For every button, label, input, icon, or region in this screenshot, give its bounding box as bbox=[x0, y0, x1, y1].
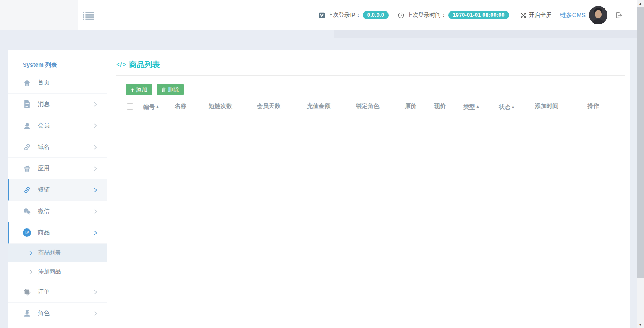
toolbar: 添加 删除 bbox=[126, 84, 630, 95]
column-status[interactable]: 状态 bbox=[492, 102, 521, 111]
home-icon bbox=[23, 79, 31, 87]
site-name-link[interactable]: 维多CMS bbox=[560, 11, 586, 19]
sidebar-item-messages[interactable]: 消息 bbox=[8, 94, 107, 115]
v-shield-icon bbox=[319, 12, 325, 18]
select-all-cell bbox=[122, 103, 139, 110]
sidebar-item-label: 会员 bbox=[38, 122, 50, 129]
sidebar-item-label: 应用 bbox=[38, 165, 50, 172]
sidebar-subitem-label: 商品列表 bbox=[38, 249, 61, 257]
gift-icon bbox=[23, 164, 31, 173]
workspace: System 列表 首页 消息 会员 bbox=[8, 50, 630, 328]
sidebar-item-apps[interactable]: 应用 bbox=[8, 158, 107, 179]
message-file-icon bbox=[23, 100, 31, 108]
add-button[interactable]: 添加 bbox=[126, 84, 152, 95]
role-icon bbox=[23, 309, 31, 318]
last-login-ip-label: 上次登录IP： bbox=[327, 11, 361, 19]
logout-icon[interactable] bbox=[615, 11, 623, 19]
sidebar-item-orders[interactable]: 订单 bbox=[8, 281, 107, 303]
sidebar-item-label: 商品 bbox=[38, 229, 50, 236]
column-shortlink-count: 短链次数 bbox=[197, 102, 243, 110]
list-icon bbox=[83, 11, 94, 21]
menu-list-icon[interactable] bbox=[83, 11, 94, 21]
column-name: 名称 bbox=[164, 102, 197, 110]
code-icon bbox=[116, 61, 126, 68]
sidebar-item-label: 订单 bbox=[38, 288, 50, 296]
user-avatar[interactable] bbox=[589, 6, 607, 24]
plus-icon bbox=[131, 87, 134, 93]
sidebar: System 列表 首页 消息 会员 bbox=[8, 50, 107, 328]
clock-icon bbox=[398, 12, 404, 18]
add-button-label: 添加 bbox=[136, 86, 147, 94]
header-shadow bbox=[334, 30, 637, 38]
member-icon bbox=[23, 121, 31, 130]
fullscreen-label: 开启全屏 bbox=[529, 11, 552, 19]
select-all-checkbox[interactable] bbox=[127, 103, 133, 110]
column-type[interactable]: 类型 bbox=[450, 102, 492, 111]
sidebar-item-label: 角色 bbox=[38, 310, 50, 317]
sidebar-title: System 列表 bbox=[8, 50, 107, 72]
link-icon bbox=[23, 143, 31, 151]
chevron-right-icon bbox=[93, 230, 98, 236]
chevron-right-icon bbox=[93, 123, 98, 129]
sidebar-item-roles[interactable]: 角色 bbox=[8, 303, 107, 324]
product-p-icon bbox=[23, 228, 31, 237]
sidebar-item-label: 域名 bbox=[38, 143, 50, 151]
sidebar-item-members[interactable]: 会员 bbox=[8, 115, 107, 136]
sort-asc-icon bbox=[476, 102, 479, 109]
column-original-price: 原价 bbox=[392, 102, 429, 110]
shortlink-icon bbox=[23, 186, 31, 194]
page-title-row: 商品列表 bbox=[107, 50, 630, 70]
fullscreen-icon bbox=[520, 12, 526, 18]
delete-button-label: 删除 bbox=[168, 86, 179, 94]
last-login-ip-badge: 0.0.0.0 bbox=[363, 11, 389, 19]
column-id[interactable]: 编号 bbox=[139, 102, 164, 111]
wechat-icon bbox=[23, 207, 31, 215]
sidebar-item-shortlinks[interactable]: 短链 bbox=[8, 179, 107, 201]
column-member-days: 会员天数 bbox=[243, 102, 294, 110]
scrollbar-thumb[interactable] bbox=[637, 7, 644, 278]
title-divider bbox=[116, 75, 625, 76]
delete-button[interactable]: 删除 bbox=[157, 84, 184, 95]
sidebar-item-domains[interactable]: 域名 bbox=[8, 136, 107, 158]
products-table: 编号 名称 短链次数 会员天数 充值金额 绑定角色 原价 现价 类型 状态 添加… bbox=[122, 100, 615, 142]
column-actions: 操作 bbox=[572, 102, 615, 110]
main-content: 商品列表 添加 删除 编号 名称 短链次数 会 bbox=[107, 50, 630, 328]
column-current-price: 现价 bbox=[429, 102, 450, 110]
sidebar-subitem-product-list[interactable]: 商品列表 bbox=[8, 244, 107, 262]
chevron-right-icon bbox=[93, 187, 98, 193]
last-login-time: 上次登录时间： 1970-01-01 08:00:00 bbox=[398, 11, 509, 19]
fullscreen-toggle[interactable]: 开启全屏 bbox=[520, 11, 552, 19]
sidebar-subitem-add-product[interactable]: 添加商品 bbox=[8, 262, 107, 281]
last-login-ip: 上次登录IP： 0.0.0.0 bbox=[319, 11, 389, 19]
page-title: 商品列表 bbox=[129, 60, 160, 70]
chevron-right-icon bbox=[93, 311, 98, 316]
sidebar-item-label: 短链 bbox=[38, 186, 50, 194]
column-bound-role: 绑定角色 bbox=[343, 102, 392, 110]
arrow-right-icon bbox=[29, 270, 33, 274]
sort-asc-icon bbox=[511, 102, 515, 109]
sidebar-subitem-label: 添加商品 bbox=[38, 268, 61, 276]
sort-asc-icon bbox=[156, 102, 159, 109]
chevron-right-icon bbox=[93, 209, 98, 214]
sidebar-item-products[interactable]: 商品 bbox=[8, 222, 107, 244]
scroll-up-arrow-icon[interactable] bbox=[637, 0, 644, 7]
scroll-down-arrow-icon[interactable] bbox=[637, 321, 644, 328]
chevron-right-icon bbox=[93, 289, 98, 295]
chevron-right-icon bbox=[93, 144, 98, 150]
logo-area bbox=[0, 0, 78, 30]
order-seal-icon bbox=[23, 288, 31, 296]
table-body-empty bbox=[122, 113, 615, 142]
column-added-time: 添加时间 bbox=[521, 102, 572, 110]
sidebar-item-home[interactable]: 首页 bbox=[8, 72, 107, 94]
sidebar-item-label: 首页 bbox=[38, 79, 50, 87]
vertical-scrollbar[interactable] bbox=[637, 0, 644, 328]
topbar: 上次登录IP： 0.0.0.0 上次登录时间： 1970-01-01 08:00… bbox=[0, 0, 637, 30]
sidebar-item-wechat[interactable]: 微信 bbox=[8, 201, 107, 222]
sidebar-item-label: 微信 bbox=[38, 207, 50, 215]
trash-icon bbox=[161, 87, 166, 92]
chevron-right-icon bbox=[93, 166, 98, 171]
last-login-time-badge: 1970-01-01 08:00:00 bbox=[448, 11, 509, 19]
sidebar-item-label: 消息 bbox=[38, 100, 50, 108]
last-login-time-label: 上次登录时间： bbox=[407, 11, 447, 19]
arrow-right-icon bbox=[29, 251, 33, 255]
